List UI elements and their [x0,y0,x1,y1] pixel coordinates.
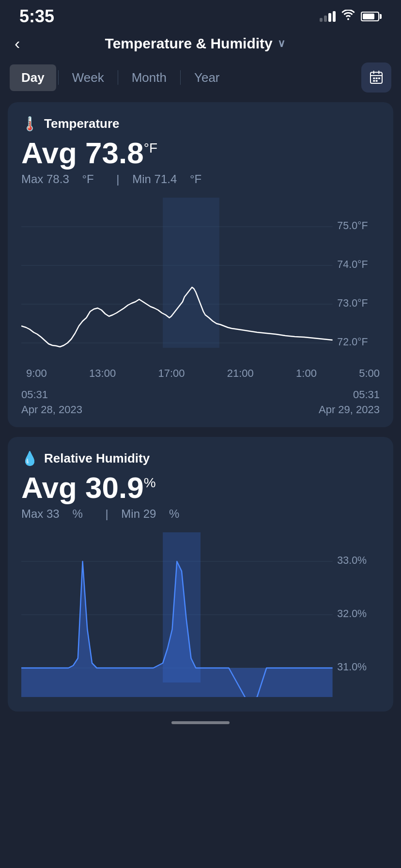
temperature-minmax: Max 78.3 °F | Min 71.4 °F [21,172,380,186]
separator-dot-2: | [105,507,108,520]
humidity-min: Min 29 % [121,507,189,520]
temperature-date-labels: 05:31 Apr 28, 2023 05:31 Apr 29, 2023 [21,388,380,418]
time-label-5: 5:00 [359,367,380,380]
humidity-header: 💧 Relative Humidity [21,450,380,466]
tab-week[interactable]: Week [61,64,116,91]
temperature-chart: 75.0°F 74.0°F 73.0°F 72.0°F [21,198,380,362]
time-label-4: 1:00 [296,367,317,380]
svg-text:31.0%: 31.0% [337,661,367,673]
tab-month[interactable]: Month [120,64,178,91]
tab-separator-2 [118,70,118,85]
humidity-avg-value: Avg 30.9% [21,471,380,504]
svg-text:32.0%: 32.0% [337,607,367,620]
status-time: 5:35 [19,6,54,27]
scroll-indicator [171,721,230,724]
back-button[interactable]: ‹ [15,34,20,53]
svg-text:75.0°F: 75.0°F [337,219,368,232]
date-start: 05:31 Apr 28, 2023 [21,388,82,418]
svg-rect-5 [376,78,378,79]
humidity-max: Max 33 % [21,507,93,520]
svg-text:73.0°F: 73.0°F [337,297,368,309]
tab-day[interactable]: Day [10,64,56,91]
temperature-header: 🌡️ Temperature [21,116,380,132]
separator-dot: | [116,172,119,186]
tab-bar: Day Week Month Year [0,62,401,93]
temperature-avg-value: Avg 73.8°F [21,137,380,170]
temperature-title: Temperature [44,116,120,131]
svg-rect-8 [376,80,378,81]
tab-year[interactable]: Year [183,64,231,91]
battery-icon [361,12,382,21]
temperature-max: Max 78.3 °F [21,172,104,186]
svg-text:33.0%: 33.0% [337,554,367,566]
svg-text:72.0°F: 72.0°F [337,336,368,348]
status-bar: 5:35 [0,0,401,29]
header-title: Temperature & Humidity ∨ [30,35,360,52]
humidity-card: 💧 Relative Humidity Avg 30.9% Max 33 % |… [8,437,393,712]
temperature-card: 🌡️ Temperature Avg 73.8°F Max 78.3 °F | … [8,102,393,427]
temperature-min: Min 71.4 °F [132,172,211,186]
header: ‹ Temperature & Humidity ∨ [0,29,401,62]
calendar-button[interactable] [361,62,391,93]
tab-separator-3 [180,70,181,85]
svg-marker-25 [21,561,333,697]
svg-rect-13 [163,198,219,348]
signal-icon [320,11,336,22]
svg-text:74.0°F: 74.0°F [337,258,368,270]
time-label-1: 13:00 [89,367,116,380]
thermometer-icon: 🌡️ [21,116,38,132]
humidity-title: Relative Humidity [44,451,150,466]
humidity-minmax: Max 33 % | Min 29 % [21,507,380,521]
svg-rect-6 [378,78,380,79]
svg-rect-7 [373,80,375,81]
wifi-icon [341,10,355,23]
time-label-2: 17:00 [158,367,185,380]
tab-separator-1 [58,70,59,85]
humidity-chart: 33.0% 32.0% 31.0% [21,532,380,697]
calendar-icon [369,70,384,85]
droplet-icon: 💧 [21,450,38,466]
time-label-0: 9:00 [26,367,47,380]
time-label-3: 21:00 [227,367,254,380]
chevron-down-icon[interactable]: ∨ [278,37,285,50]
temperature-time-labels: 9:00 13:00 17:00 21:00 1:00 5:00 [21,367,380,380]
svg-rect-4 [373,78,375,79]
status-icons [320,10,382,23]
date-end: 05:31 Apr 29, 2023 [319,388,380,418]
